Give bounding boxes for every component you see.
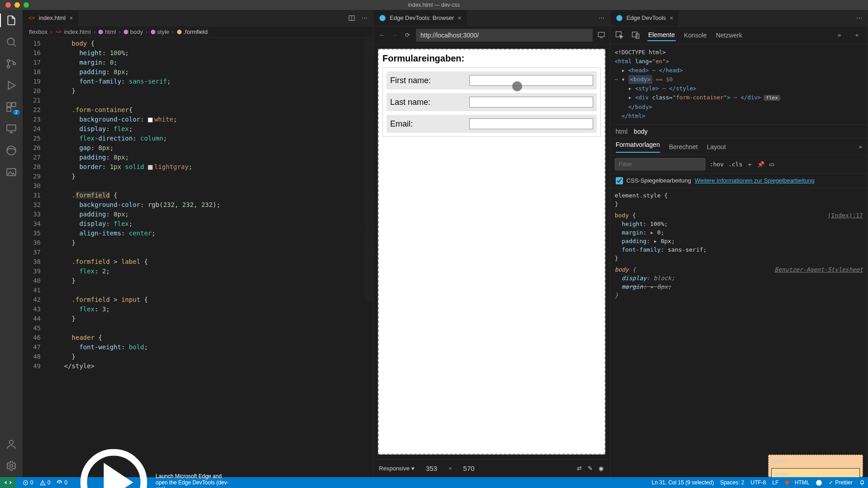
tab-index-html[interactable]: <> index.html ×: [23, 10, 79, 26]
encoding-indicator[interactable]: UTF-8: [750, 479, 766, 486]
lang-indicator[interactable]: ⬢ HTML: [785, 479, 809, 486]
remote-explorer-icon[interactable]: [5, 123, 17, 135]
remote-indicator[interactable]: [0, 477, 16, 488]
browser-viewport[interactable]: Formulareingaben: First name: Last name:…: [378, 49, 605, 455]
tab-devtools[interactable]: Edge DevTools ×: [610, 10, 679, 26]
prettier-indicator[interactable]: ✓ Prettier: [829, 479, 853, 486]
close-icon[interactable]: ×: [670, 14, 673, 22]
nav-back-icon[interactable]: ←: [378, 32, 386, 38]
minimize-traffic[interactable]: [14, 2, 20, 8]
hov-toggle[interactable]: :hov: [710, 161, 724, 168]
more-panels-icon[interactable]: »: [838, 32, 847, 38]
styles-tabs: Formatvorlagen Berechnet Layout »: [610, 138, 868, 155]
status-bar: 0 0 0 Launch Microsoft Edge and open the…: [0, 477, 868, 488]
form-header: Formulareingaben:: [382, 53, 601, 64]
edge-icon: [616, 14, 623, 22]
edit-icon[interactable]: ✎: [587, 465, 594, 472]
close-icon[interactable]: ×: [458, 14, 461, 22]
edge-tools-icon[interactable]: [5, 145, 17, 156]
activity-bar: 2: [0, 10, 23, 477]
cursor-position[interactable]: Ln 31, Col 15 (9 selected): [651, 479, 713, 486]
window-title: index.html — dev-css: [408, 2, 460, 8]
split-editor-icon[interactable]: [348, 14, 355, 22]
more-actions-icon[interactable]: ⋯: [599, 14, 604, 21]
zoom-traffic[interactable]: [24, 2, 29, 8]
more-styles-icon[interactable]: »: [859, 143, 862, 150]
close-traffic[interactable]: [5, 2, 11, 8]
screencast-icon[interactable]: [597, 26, 605, 44]
add-rule-icon[interactable]: ＋: [747, 160, 753, 169]
explorer-icon[interactable]: [5, 14, 17, 26]
settings-gear-icon[interactable]: [5, 460, 17, 472]
chevron-down-icon: ▾: [411, 465, 415, 472]
close-icon[interactable]: ×: [69, 14, 73, 22]
tab-computed[interactable]: Berechnet: [669, 143, 698, 150]
css-mirror-checkbox[interactable]: [616, 177, 623, 184]
form-container: First name: Last name: Email:: [382, 67, 601, 137]
more-actions-icon[interactable]: ⋯: [362, 14, 368, 22]
tab-styles[interactable]: Formatvorlagen: [616, 141, 660, 153]
add-panel-icon[interactable]: ＋: [854, 31, 863, 39]
svg-point-15: [616, 15, 622, 21]
search-icon[interactable]: [5, 36, 17, 48]
tab-browser[interactable]: Edge DevTools: Browser ×: [373, 10, 467, 26]
edge-status-icon[interactable]: [816, 479, 822, 486]
cls-toggle[interactable]: .cls: [728, 161, 742, 168]
run-debug-icon[interactable]: [5, 80, 17, 91]
tab-network[interactable]: Netzwerk: [715, 30, 743, 41]
code-editor[interactable]: 1516171819202122232425262728293031323334…: [23, 38, 373, 477]
first-name-input[interactable]: [469, 75, 593, 86]
box-model[interactable]: margin - border -: [768, 455, 863, 477]
svg-point-11: [10, 465, 13, 468]
device-icon[interactable]: [631, 26, 640, 44]
tab-layout[interactable]: Layout: [707, 143, 726, 150]
mirror-info-link[interactable]: Weitere Informationen zur Spiegelbearbei…: [695, 177, 815, 184]
eye-icon[interactable]: ◉: [598, 465, 604, 472]
account-icon[interactable]: [5, 438, 17, 450]
svg-point-3: [13, 62, 15, 65]
dom-breadcrumb[interactable]: html body: [610, 125, 868, 138]
svg-point-2: [7, 66, 9, 68]
svg-rect-14: [598, 33, 604, 37]
more-actions-icon[interactable]: ⋯: [856, 14, 862, 21]
email-input[interactable]: [469, 118, 593, 129]
minimap[interactable]: [365, 38, 373, 477]
svg-point-22: [816, 480, 822, 486]
device-select[interactable]: Responsive ▾: [379, 465, 415, 472]
warnings-count[interactable]: 0: [40, 479, 51, 486]
last-name-input[interactable]: [469, 97, 593, 108]
dom-tree[interactable]: <!DOCTYPE html> <html lang="en"> ▸ <head…: [610, 44, 868, 125]
url-input[interactable]: [416, 29, 593, 42]
tab-console[interactable]: Konsole: [683, 30, 708, 41]
code-content[interactable]: body { height: 100%; margin: 0; padding:…: [49, 38, 373, 477]
styles-filter-input[interactable]: [615, 158, 705, 170]
browser-tabs: Edge DevTools: Browser × ⋯: [373, 10, 610, 26]
rotate-icon[interactable]: ⇄: [576, 465, 583, 472]
indent-indicator[interactable]: Spaces: 2: [720, 479, 744, 486]
image-preview-icon[interactable]: [5, 166, 17, 178]
macos-titlebar: index.html — dev-css: [0, 0, 868, 10]
browser-url-bar: ← → ⟳: [373, 26, 610, 44]
viewport-height-input[interactable]: [457, 465, 481, 472]
svg-point-8: [7, 146, 16, 155]
port-indicator[interactable]: 0: [57, 479, 67, 486]
viewport-width-input[interactable]: [419, 465, 444, 472]
html-file-icon: <>: [28, 14, 35, 22]
style-rules[interactable]: element.style {} (Index):17 body { heigh…: [610, 188, 868, 477]
eol-indicator[interactable]: LF: [772, 479, 778, 486]
reload-icon[interactable]: ⟳: [403, 32, 411, 38]
traffic-lights: [0, 2, 29, 8]
errors-count[interactable]: 0: [23, 479, 33, 486]
devtools-group: Edge DevTools × ⋯ Elemente Konsole Netzw…: [610, 10, 868, 477]
breadcrumb[interactable]: flexbox› <>index.html› ⬢html› ⬢body› ⬢st…: [23, 26, 373, 38]
notifications-icon[interactable]: [859, 479, 865, 486]
tab-elements[interactable]: Elemente: [647, 29, 676, 41]
pin-icon[interactable]: 📌: [757, 161, 764, 168]
svg-rect-17: [632, 32, 637, 37]
nav-forward-icon[interactable]: →: [391, 32, 399, 38]
source-control-icon[interactable]: [5, 58, 17, 70]
computed-toggle-icon[interactable]: ▭: [769, 161, 774, 168]
devtools-tabs: Edge DevTools × ⋯: [610, 10, 868, 26]
extensions-icon[interactable]: 2: [5, 101, 17, 113]
inspect-icon[interactable]: [615, 26, 624, 44]
